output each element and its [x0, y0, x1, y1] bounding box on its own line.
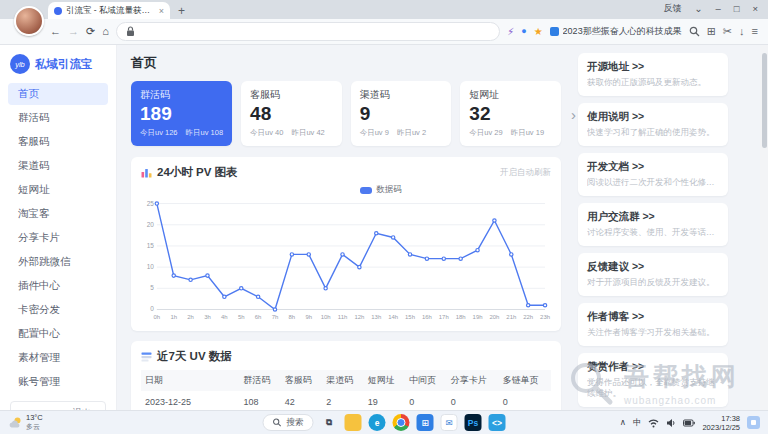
- sidebar-item-12[interactable]: 账号管理: [8, 371, 108, 393]
- chevron-down-icon[interactable]: ⌄: [694, 4, 702, 14]
- quick-link-desc: 觉得作品还可以，全靠赞赏支持继续维护。: [587, 377, 719, 400]
- address-bar[interactable]: [116, 22, 500, 41]
- quick-link-card-5[interactable]: 作者博客 >>关注作者博客学习开发相关基础。: [578, 303, 728, 346]
- input-language-indicator[interactable]: 中: [633, 418, 642, 427]
- x-tick-label: 21h: [506, 314, 516, 320]
- pv-data-point: [172, 274, 175, 277]
- pv-data-point: [273, 308, 276, 311]
- home-icon[interactable]: ⌂: [102, 26, 109, 37]
- y-tick-label: 0: [150, 305, 154, 312]
- stat-card-3[interactable]: 短网址32今日uv 29昨日uv 19: [460, 81, 561, 146]
- edge-icon[interactable]: e: [369, 414, 386, 431]
- x-tick-label: 9h: [305, 314, 312, 320]
- search-icon[interactable]: [689, 26, 700, 37]
- x-tick-label: 7h: [272, 314, 279, 320]
- carousel-next-icon[interactable]: ›: [571, 105, 576, 122]
- quick-link-title: 使用说明 >>: [587, 110, 719, 124]
- downloads-icon[interactable]: ↓: [739, 26, 745, 37]
- window-minimize-button[interactable]: –: [715, 4, 720, 14]
- sidebar-item-4[interactable]: 短网址: [8, 179, 108, 201]
- window-maximize-button[interactable]: □: [734, 4, 740, 14]
- x-tick-label: 8h: [289, 314, 296, 320]
- forward-icon[interactable]: →: [68, 26, 79, 37]
- sidebar-item-0[interactable]: 首页: [8, 83, 108, 105]
- new-tab-button[interactable]: +: [178, 5, 185, 17]
- quick-link-card-0[interactable]: 开源地址 >>获取你的正版源码及更新动态。: [578, 53, 728, 96]
- weather-widget[interactable]: 13°C 多云: [8, 414, 43, 431]
- sidebar-item-5[interactable]: 淘宝客: [8, 203, 108, 225]
- vscode-icon[interactable]: <>: [489, 414, 506, 431]
- bookmark-item[interactable]: 2023那些振奋人心的科技成果: [550, 25, 682, 38]
- stat-card-1[interactable]: 客服码48今日uv 40昨日uv 42: [241, 81, 342, 146]
- page-scrollbar[interactable]: [760, 45, 768, 410]
- wifi-icon[interactable]: [648, 418, 659, 428]
- feedback-button[interactable]: 反馈: [663, 2, 681, 15]
- sidebar-item-11[interactable]: 素材管理: [8, 347, 108, 369]
- sidebar-item-9[interactable]: 卡密分发: [8, 299, 108, 321]
- photoshop-icon[interactable]: Ps: [465, 414, 482, 431]
- quick-link-card-6[interactable]: 赞赏作者 >>觉得作品还可以，全靠赞赏支持继续维护。: [578, 353, 728, 407]
- quick-link-card-4[interactable]: 反馈建议 >>对于开源项目的反馈及开发建议。: [578, 253, 728, 296]
- star-extension-icon[interactable]: ★: [534, 27, 543, 37]
- pv-data-point: [476, 248, 479, 251]
- weather-temp: 13°C: [26, 414, 43, 423]
- window-controls: 反馈 ⌄ – □ ×: [663, 2, 758, 15]
- x-tick-label: 13h: [371, 314, 381, 320]
- clock[interactable]: 17:38 2023/12/25: [702, 414, 740, 432]
- speaker-icon[interactable]: [666, 418, 676, 428]
- taskbar-search-icon: [273, 418, 282, 427]
- task-view-icon[interactable]: ⧉: [321, 414, 338, 431]
- sidebar-item-2[interactable]: 客服码: [8, 131, 108, 153]
- system-tray: ∧ 中 17:38 2023/12/25: [620, 414, 760, 432]
- quick-link-desc: 阅读以进行二次开发和个性化修改。: [587, 177, 719, 189]
- battery-icon[interactable]: [683, 419, 695, 427]
- lightning-extension-icon[interactable]: ⚡: [507, 27, 514, 37]
- tray-expand-icon[interactable]: ∧: [620, 418, 626, 427]
- scrollbar-thumb[interactable]: [762, 53, 767, 148]
- profile-avatar[interactable]: [14, 6, 44, 36]
- chart-legend[interactable]: 数据码: [211, 184, 551, 196]
- weather-text: 13°C 多云: [26, 414, 43, 431]
- mail-icon[interactable]: ✉: [441, 414, 458, 431]
- uv-column-header: 多链单页: [499, 370, 551, 391]
- tab-strip: 引流宝 - 私域流量获取与维护... × + 反馈 ⌄ – □ ×: [0, 0, 768, 19]
- stat-card-2[interactable]: 渠道码9今日uv 9昨日uv 2: [351, 81, 452, 146]
- quick-link-card-2[interactable]: 开发文档 >>阅读以进行二次开发和个性化修改。: [578, 153, 728, 196]
- x-tick-label: 10h: [321, 314, 331, 320]
- sidebar-item-6[interactable]: 分享卡片: [8, 227, 108, 249]
- refresh-icon[interactable]: ⟳: [86, 26, 95, 37]
- back-icon[interactable]: ←: [50, 26, 61, 37]
- quick-link-card-3[interactable]: 用户交流群 >>讨论程序安装、使用、开发等话题。: [578, 203, 728, 246]
- y-tick-label: 20: [147, 221, 155, 228]
- sidebar-item-1[interactable]: 群活码: [8, 107, 108, 129]
- apps-grid-icon[interactable]: ⊞: [707, 26, 716, 37]
- uv-column-header: 日期: [141, 370, 239, 391]
- window-close-button[interactable]: ×: [752, 4, 758, 14]
- stats-row: 群活码189今日uv 126昨日uv 108客服码48今日uv 40昨日uv 4…: [131, 81, 561, 146]
- blue-dot-extension-icon[interactable]: ●: [521, 27, 526, 36]
- stat-card-0[interactable]: 群活码189今日uv 126昨日uv 108: [131, 81, 232, 146]
- tab-close-icon[interactable]: ×: [159, 6, 164, 16]
- x-tick-label: 4h: [221, 314, 228, 320]
- sidebar-item-10[interactable]: 配置中心: [8, 323, 108, 345]
- menu-icon[interactable]: ≡: [752, 26, 758, 37]
- uv-column-header: 分享卡片: [447, 370, 499, 391]
- uv-cell: 0: [447, 391, 499, 410]
- x-tick-label: 2h: [187, 314, 194, 320]
- pv-data-point: [206, 274, 209, 277]
- quick-link-card-1[interactable]: 使用说明 >>快速学习和了解正确的使用姿势。: [578, 103, 728, 146]
- notification-icon[interactable]: [747, 416, 760, 429]
- pv-data-point: [391, 236, 394, 239]
- chrome-icon[interactable]: [393, 414, 410, 431]
- browser-tab[interactable]: 引流宝 - 私域流量获取与维护... ×: [48, 2, 170, 19]
- web-capture-icon[interactable]: ✂: [723, 26, 732, 37]
- sidebar-item-3[interactable]: 渠道码: [8, 155, 108, 177]
- sidebar-item-8[interactable]: 插件中心: [8, 275, 108, 297]
- quick-link-desc: 快速学习和了解正确的使用姿势。: [587, 127, 719, 139]
- store-icon[interactable]: ⊞: [417, 414, 434, 431]
- chart-action-link[interactable]: 开启自动刷新: [500, 167, 551, 179]
- tray-date: 2023/12/25: [702, 423, 740, 432]
- sidebar-item-7[interactable]: 外部跳微信: [8, 251, 108, 273]
- file-explorer-icon[interactable]: [345, 414, 362, 431]
- taskbar-search[interactable]: 搜索: [263, 414, 314, 431]
